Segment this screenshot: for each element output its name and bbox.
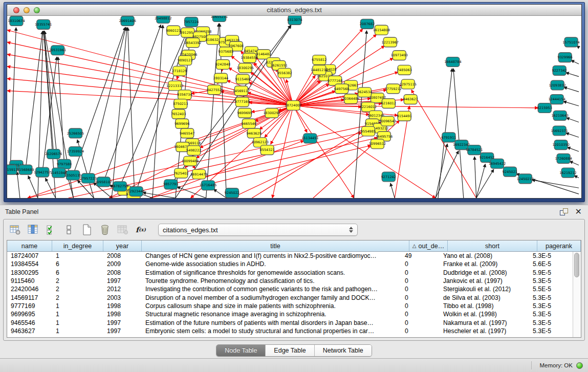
table-row[interactable]: 1456911722003Disruption of a novel membe…	[7, 293, 573, 301]
graph-node[interactable]: 2087682	[360, 19, 375, 29]
graph-node[interactable]: 9699696	[175, 119, 189, 128]
column-header-out-de-[interactable]: △out_de…	[409, 240, 448, 251]
column-header-short[interactable]: short	[448, 240, 537, 251]
select-rows-button[interactable]	[45, 223, 58, 236]
table-row[interactable]: 2242004622012Investigating the contribut…	[7, 285, 573, 293]
graph-node[interactable]: 10099484	[182, 156, 199, 166]
graph-node[interactable]: 3624534	[357, 87, 372, 97]
graph-node[interactable]: 9777169	[235, 97, 250, 107]
table-row[interactable]: 946554611997Estimation of the future num…	[7, 318, 573, 326]
graph-node[interactable]: 9699695	[237, 108, 252, 118]
graph-node[interactable]: 12923446	[127, 187, 144, 196]
function-builder-button[interactable]: f(x)	[134, 223, 147, 236]
close-panel-icon[interactable]: ✕	[575, 208, 582, 215]
show-columns-button[interactable]	[27, 223, 40, 236]
graph-node[interactable]: 17957223	[80, 173, 97, 183]
graph-node[interactable]: 10655231	[211, 16, 228, 21]
graph-node[interactable]: 2718129	[172, 66, 187, 76]
graph-node[interactable]: 20364486	[342, 94, 359, 104]
column-header-year[interactable]: year	[103, 240, 142, 251]
graph-node[interactable]: 10355741	[35, 19, 52, 29]
float-window-icon[interactable]	[560, 208, 568, 215]
tab-node-table[interactable]: Node Table	[216, 345, 266, 356]
graph-node[interactable]: 20531961	[49, 46, 66, 55]
graph-node[interactable]: 6791911	[441, 133, 456, 142]
graph-node[interactable]: 15692371	[551, 126, 568, 136]
graph-node[interactable]: 5498222	[186, 146, 201, 156]
graph-node[interactable]: 8750213	[173, 99, 188, 109]
graph-node[interactable]: 12213313	[166, 81, 183, 91]
table-row[interactable]: 1872400712008Changes of HCN gene express…	[7, 252, 573, 260]
graph-node[interactable]: 9463627	[403, 95, 418, 104]
graph-node[interactable]: 10996512	[369, 139, 386, 149]
graph-node[interactable]: 7957224	[184, 17, 199, 27]
graph-node[interactable]: 9227342	[552, 65, 567, 75]
column-header-name[interactable]: name	[7, 240, 52, 251]
graph-node[interactable]: 6755812	[312, 55, 326, 65]
graph-node[interactable]: 8554321	[260, 145, 275, 155]
scrollbar-thumb[interactable]	[574, 253, 579, 277]
graph-node[interactable]: 14569117	[233, 86, 250, 96]
graph-node[interactable]: 9115460	[235, 74, 250, 84]
table-row[interactable]: 911546021997Tourette syndrome. Phenomeno…	[7, 277, 573, 285]
table-row[interactable]: 1830029562008Estimation of significance …	[7, 269, 573, 277]
graph-node[interactable]: 9271242	[381, 172, 396, 182]
graph-node[interactable]: 9554985	[361, 126, 376, 136]
graph-node[interactable]: 16154808	[373, 25, 390, 35]
graph-node[interactable]: 9356734	[177, 90, 192, 100]
graph-node[interactable]: 13505135	[64, 170, 81, 180]
table-selector-dropdown[interactable]: citations_edges.txt	[158, 224, 358, 236]
citation-graph[interactable]: 1872400798601238912954222603589827508165…	[7, 16, 581, 198]
graph-node[interactable]: 25266505	[67, 128, 84, 138]
row-height-button[interactable]	[62, 223, 76, 236]
graph-node[interactable]: 20206576	[45, 149, 62, 159]
graph-node[interactable]: 6216012	[381, 99, 396, 108]
graph-node[interactable]: 15751074	[562, 37, 579, 47]
graph-node[interactable]: 9797588	[57, 159, 72, 169]
graph-node[interactable]: 7485063	[397, 65, 412, 75]
graph-node[interactable]: 12942757	[34, 167, 51, 177]
network-canvas[interactable]: 1872400798601238912954222603589827508165…	[7, 16, 581, 198]
graph-node[interactable]: 20691406	[119, 16, 136, 26]
graph-node[interactable]: 16648784	[444, 57, 461, 67]
graph-node[interactable]: 8313074	[287, 16, 302, 25]
graph-node[interactable]: 9857791	[163, 180, 178, 189]
graph-node[interactable]: 18724007	[285, 101, 301, 111]
graph-node[interactable]: 16210643	[551, 111, 568, 120]
graph-node[interactable]: 9463629	[247, 128, 262, 138]
graph-node[interactable]: 7652403	[171, 109, 186, 119]
graph-node[interactable]: 18310674	[8, 16, 25, 26]
graph-node[interactable]: 12010350	[552, 140, 569, 150]
graph-node[interactable]: 17759212	[385, 84, 402, 94]
graph-node[interactable]: 16782759	[111, 182, 128, 191]
graph-node[interactable]: 17359924	[67, 147, 84, 157]
graph-node[interactable]: 9465547	[180, 128, 194, 138]
table-row[interactable]: 969969511998Structural magnetic resonanc…	[7, 310, 573, 318]
graph-node[interactable]: 2803144	[213, 73, 228, 83]
tab-network-table[interactable]: Network Table	[315, 345, 372, 356]
graph-node[interactable]: 6497568	[334, 84, 349, 94]
graph-node[interactable]: 10096543	[379, 116, 396, 126]
graph-node[interactable]: 9860123	[166, 26, 181, 35]
table-row[interactable]: 977716911998Corpus callosum shape and si…	[7, 302, 573, 310]
graph-node[interactable]: 9242848	[215, 60, 230, 70]
graph-node[interactable]: 11568689	[17, 165, 34, 174]
graph-node[interactable]: 12093832	[549, 80, 565, 90]
graph-node[interactable]: 16543392	[184, 38, 201, 48]
import-table-button[interactable]	[116, 223, 129, 236]
graph-node[interactable]: 9556382	[277, 68, 292, 78]
graph-node[interactable]: 12216012	[360, 102, 377, 112]
graph-node[interactable]: 19384554	[241, 53, 258, 63]
graph-node[interactable]: 8215953	[537, 103, 552, 113]
network-window-titlebar[interactable]: citations_edges.txt	[7, 5, 581, 16]
graph-node[interactable]: 9245021	[503, 167, 517, 177]
graph-node[interactable]: 15134451	[301, 134, 318, 143]
new-column-button[interactable]	[80, 223, 94, 236]
graph-node[interactable]: 8427552	[207, 85, 222, 95]
graph-node[interactable]: 7625402	[173, 168, 188, 178]
graph-node[interactable]: 10973493	[391, 51, 408, 60]
graph-node[interactable]: 12975115	[399, 79, 416, 89]
graph-node[interactable]: 9890123	[178, 56, 192, 65]
graph-node[interactable]: 9465546	[242, 119, 256, 128]
graph-node[interactable]: 16914479	[190, 169, 207, 179]
